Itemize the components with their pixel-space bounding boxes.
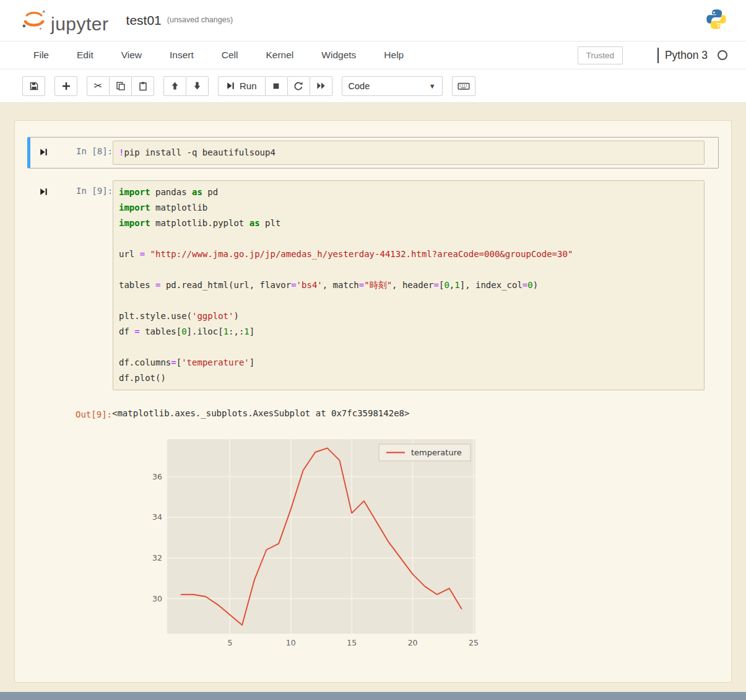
jupyter-logo-icon: [21, 7, 47, 33]
copy-icon: [116, 81, 126, 91]
menubar: File Edit View Insert Cell Kernel Widget…: [0, 42, 746, 69]
notebook-title[interactable]: test01: [126, 13, 162, 28]
code-input[interactable]: !pip install -q beautifulsoup4: [113, 141, 705, 165]
kernel-name: Python 3: [665, 49, 708, 62]
copy-cell-button[interactable]: [109, 76, 132, 96]
cell-run-marker-icon[interactable]: [40, 147, 48, 159]
svg-text:20: 20: [408, 638, 418, 647]
svg-text:32: 32: [152, 553, 162, 562]
cut-icon: ✂: [94, 81, 102, 91]
svg-text:30: 30: [152, 594, 162, 603]
input-prompt: In [9]:: [76, 186, 113, 196]
cell-type-dropdown[interactable]: Code ▼: [342, 76, 443, 96]
run-step-forward-icon: [227, 82, 235, 90]
run-button-label: Run: [240, 81, 257, 91]
restart-kernel-icon: [293, 81, 303, 91]
jupyter-logo[interactable]: jupyter: [21, 7, 109, 33]
cell-gutter: In [8]:: [33, 141, 113, 165]
input-prompt: In [8]:: [76, 146, 113, 156]
move-down-icon: [193, 81, 202, 90]
output-chart: 51015202530323436temperature: [145, 435, 479, 654]
notebook-container: In [8]: !pip install -q beautifulsoup4 I…: [14, 120, 732, 683]
move-cell-down-button[interactable]: [186, 76, 209, 96]
move-cell-up-button[interactable]: [163, 76, 186, 96]
restart-kernel-button[interactable]: [287, 76, 310, 96]
move-up-icon: [170, 81, 180, 90]
menubar-right: Trusted Python 3: [578, 46, 727, 64]
code-input[interactable]: import pandas as pdimport matplotlibimpo…: [113, 180, 705, 390]
menu-item-widgets[interactable]: Widgets: [321, 50, 356, 61]
keyboard-icon: [458, 81, 470, 91]
menu-item-kernel[interactable]: Kernel: [266, 50, 294, 61]
svg-text:25: 25: [469, 638, 479, 647]
menu-item-edit[interactable]: Edit: [77, 50, 93, 61]
interrupt-kernel-button[interactable]: [265, 76, 288, 96]
save-button[interactable]: [22, 76, 45, 96]
output-text-row: Out[9]: <matplotlib.axes._subplots.AxesS…: [27, 404, 719, 419]
run-cell-button[interactable]: Run: [218, 76, 266, 96]
svg-text:10: 10: [286, 638, 296, 647]
jupyter-logo-text: jupyter: [51, 15, 109, 33]
menu-item-cell[interactable]: Cell: [222, 50, 238, 61]
restart-run-all-button[interactable]: [310, 76, 332, 96]
cut-cell-button[interactable]: ✂: [87, 76, 110, 96]
kernel-idle-circle-icon: [718, 50, 727, 60]
output-plot-container: 51015202530323436temperature: [145, 435, 719, 656]
trusted-button[interactable]: Trusted: [578, 46, 623, 64]
restart-run-all-icon: [316, 81, 326, 90]
svg-text:5: 5: [227, 638, 232, 647]
svg-text:36: 36: [152, 472, 162, 481]
kernel-divider: [657, 48, 659, 63]
add-cell-button[interactable]: [54, 76, 77, 96]
command-palette-button[interactable]: [452, 76, 475, 96]
menu-item-view[interactable]: View: [121, 50, 142, 61]
code-cell-in9[interactable]: In [9]: import pandas as pdimport matplo…: [27, 177, 719, 394]
code-cell-in8[interactable]: In [8]: !pip install -q beautifulsoup4: [27, 137, 719, 168]
svg-text:15: 15: [347, 638, 357, 647]
paste-cell-button[interactable]: [131, 76, 154, 96]
add-cell-icon: [61, 81, 71, 91]
notebook-background: In [8]: !pip install -q beautifulsoup4 I…: [0, 103, 746, 692]
cell-run-marker-icon[interactable]: [40, 187, 48, 198]
output-gutter: Out[9]:: [33, 404, 112, 419]
python-logo-icon: [705, 8, 727, 33]
cell-type-value: Code: [349, 81, 370, 91]
paste-icon: [138, 81, 148, 91]
svg-text:temperature: temperature: [411, 448, 462, 457]
page-bottom-strip: [0, 692, 746, 700]
menu-item-help[interactable]: Help: [384, 50, 404, 61]
save-status: (unsaved changes): [167, 15, 233, 25]
menu-item-insert[interactable]: Insert: [170, 50, 194, 61]
svg-text:34: 34: [152, 512, 162, 522]
cell-gutter: In [9]:: [33, 180, 113, 390]
notebook-header: jupyter test01 (unsaved changes): [0, 0, 746, 42]
menu-item-file[interactable]: File: [33, 50, 49, 61]
output-repr-text: <matplotlib.axes._subplots.AxesSubplot a…: [112, 404, 409, 419]
output-prompt: Out[9]:: [76, 409, 112, 419]
toolbar: ✂ Run: [0, 69, 746, 103]
stop-icon: [272, 82, 280, 90]
chevron-down-icon: ▼: [429, 82, 436, 90]
save-icon: [29, 81, 39, 91]
